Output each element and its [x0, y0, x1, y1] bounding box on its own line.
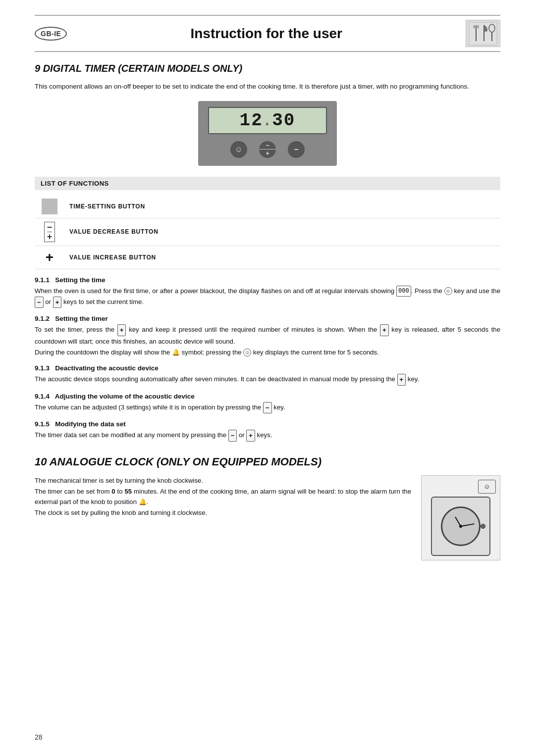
value-increase-button-display: −	[288, 141, 305, 158]
subsection-913-text: The acoustic device stops sounding autom…	[35, 374, 500, 385]
function-label-2: VALUE DECREASE BUTTON	[64, 228, 159, 235]
plus-key-icon: +	[53, 297, 62, 308]
subsection-912: 9.1.2 Setting the timer To set the timer…	[35, 315, 500, 357]
functions-heading: LIST OF FUNCTIONS	[41, 180, 109, 187]
minus-key-icon-2: −	[263, 402, 272, 413]
plus-key-icon-2: +	[117, 324, 126, 336]
section9-intro: This component allows an on-off beeper t…	[35, 81, 500, 92]
decrease-icon: − +	[44, 222, 55, 242]
subsection-912-title: Setting the timer	[55, 315, 108, 322]
clock-knob	[481, 524, 485, 529]
subsection-912-number: 9.1.2	[35, 315, 55, 322]
function-label-1: TIME-SETTING BUTTON	[64, 203, 145, 210]
subsection-915-heading: 9.1.5 Modifying the data set	[35, 420, 500, 428]
value-decrease-button-display: − +	[259, 141, 276, 158]
subsection-915: 9.1.5 Modifying the data set The timer d…	[35, 420, 500, 441]
timer-digits: 12 ₐ 30	[240, 110, 296, 131]
subsection-914-number: 9.1.4	[35, 393, 55, 400]
time-setting-button-display: ☺	[230, 141, 247, 158]
clock-face	[441, 506, 481, 546]
timer-hours: 12	[240, 110, 263, 131]
section10-clock-image: ☺	[421, 475, 500, 560]
function-row-2: − + VALUE DECREASE BUTTON	[35, 218, 500, 246]
bell-position-icon: 🔔	[139, 498, 147, 505]
timer-display: 12 ₐ 30 ☺ − + −	[198, 101, 337, 166]
subsection-911: 9.1.1 Setting the time When the oven is …	[35, 276, 500, 308]
subsection-914-title: Adjusting the volume of the acoustic dev…	[55, 393, 195, 400]
smiley-key-icon-2: ☺	[243, 349, 251, 356]
page-header: GB-IE Instruction for the user	[35, 15, 500, 52]
subsection-915-text: The timer data set can be modified at an…	[35, 430, 500, 441]
plus-key-icon-3: +	[380, 324, 389, 336]
subsection-913-number: 9.1.3	[35, 364, 55, 372]
smiley-key-icon: ☺	[444, 287, 452, 295]
subsection-914: 9.1.4 Adjusting the volume of the acoust…	[35, 393, 500, 413]
header-product-image	[466, 20, 500, 47]
svg-rect-0	[469, 22, 497, 45]
timer-screen: 12 ₐ 30	[208, 107, 327, 134]
subsection-914-text: The volume can be adjusted (3 settings) …	[35, 402, 500, 413]
clock-center-dot	[459, 525, 462, 528]
function-icon-increase: +	[35, 250, 64, 265]
clock-button-icon-wrapper: ☺	[426, 480, 496, 494]
function-label-3: VALUE INCREASE BUTTON	[64, 254, 156, 261]
time-setting-icon	[42, 199, 57, 214]
function-icon-time-setting	[35, 199, 64, 214]
subsection-915-title: Modifying the data set	[55, 420, 126, 428]
display-000-icon: 000	[396, 286, 411, 297]
clock-smiley-icon: ☺	[483, 483, 490, 490]
plus-key-icon-4: +	[397, 374, 406, 385]
section9-heading: 9 DIGITAL TIMER (CERTAIN MODELS ONLY)	[35, 63, 500, 74]
subsection-912-text: To set the timer, press the + key and ke…	[35, 324, 500, 357]
minus-key-icon: −	[35, 297, 44, 308]
product-icon	[468, 21, 498, 46]
timer-display-wrapper: 12 ₐ 30 ☺ − + −	[35, 101, 500, 166]
subsection-915-number: 9.1.5	[35, 420, 55, 428]
page-number: 28	[35, 733, 43, 741]
section10-heading: 10 ANALOGUE CLOCK (ONLY ON EQUIPPED MODE…	[35, 455, 500, 468]
function-icon-decrease: − +	[35, 222, 64, 242]
function-row-1: TIME-SETTING BUTTON	[35, 195, 500, 218]
subsection-911-text: When the oven is used for the first time…	[35, 286, 500, 308]
timer-buttons: ☺ − + −	[230, 141, 305, 158]
page-title: Instruction for the user	[67, 26, 466, 42]
subsection-911-title: Setting the time	[55, 276, 105, 284]
clock-diagram	[431, 497, 490, 556]
clock-hand-min	[461, 523, 475, 527]
functions-section-header: LIST OF FUNCTIONS	[35, 177, 500, 190]
timer-separator: ₐ	[265, 119, 270, 127]
timer-minutes: 30	[272, 110, 295, 131]
section10-text1: The mechanical timer is set by turning t…	[35, 475, 411, 518]
logo-badge: GB-IE	[35, 27, 67, 41]
subsection-913-title: Deactivating the acoustic device	[55, 364, 159, 372]
subsection-914-heading: 9.1.4 Adjusting the volume of the acoust…	[35, 393, 500, 400]
subsection-913-heading: 9.1.3 Deactivating the acoustic device	[35, 364, 500, 372]
section10-content: The mechanical timer is set by turning t…	[35, 475, 500, 560]
subsection-912-heading: 9.1.2 Setting the timer	[35, 315, 500, 322]
plus-key-icon-5: +	[246, 430, 255, 441]
clock-btn-box: ☺	[478, 480, 496, 494]
subsection-911-heading: 9.1.1 Setting the time	[35, 276, 500, 284]
section10-text-block: The mechanical timer is set by turning t…	[35, 475, 411, 518]
increase-icon: +	[46, 250, 54, 265]
subsection-913: 9.1.3 Deactivating the acoustic device T…	[35, 364, 500, 385]
subsection-911-number: 9.1.1	[35, 276, 55, 284]
page: GB-IE Instruction for the user 9 DIGI	[0, 0, 535, 756]
bell-symbol: 🔔	[172, 349, 180, 356]
function-row-3: + VALUE INCREASE BUTTON	[35, 246, 500, 269]
minus-key-icon-3: −	[228, 430, 237, 441]
